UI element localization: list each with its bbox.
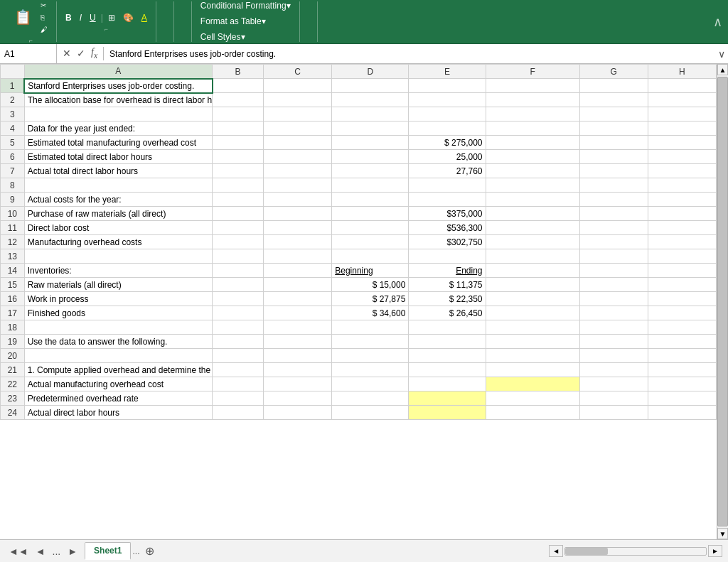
- cell-E12[interactable]: $302,750: [409, 235, 486, 249]
- cell-styles-button[interactable]: Cell Styles▾: [198, 31, 248, 43]
- cell-H17[interactable]: [648, 306, 716, 320]
- cell-B22[interactable]: [213, 377, 264, 391]
- cell-G8[interactable]: [579, 178, 648, 193]
- cell-F16[interactable]: [486, 292, 579, 306]
- format-as-table-button[interactable]: Format as Table▾: [198, 15, 269, 28]
- cell-E14[interactable]: Ending: [409, 264, 486, 278]
- cell-C7[interactable]: [264, 164, 332, 178]
- cell-G19[interactable]: [579, 335, 648, 349]
- cell-G7[interactable]: [579, 164, 648, 178]
- cell-B7[interactable]: [213, 164, 264, 178]
- cell-reference-box[interactable]: [0, 44, 57, 63]
- cell-E3[interactable]: [409, 107, 486, 121]
- cell-E6[interactable]: 25,000: [409, 150, 486, 164]
- cell-E15[interactable]: $ 11,375: [409, 278, 486, 292]
- cell-E11[interactable]: $536,300: [409, 221, 486, 235]
- cell-F15[interactable]: [486, 278, 579, 292]
- cell-C19[interactable]: [264, 335, 332, 349]
- col-header-F[interactable]: F: [486, 65, 579, 79]
- cell-B21[interactable]: [213, 363, 264, 377]
- cell-F18[interactable]: [486, 320, 579, 335]
- cell-E7[interactable]: 27,760: [409, 164, 486, 178]
- cell-A4[interactable]: Data for the year just ended:: [24, 121, 212, 136]
- cell-H5[interactable]: [648, 136, 716, 150]
- cell-C2[interactable]: [264, 93, 332, 107]
- cell-H3[interactable]: [648, 107, 716, 121]
- cell-H8[interactable]: [648, 178, 716, 193]
- cell-F7[interactable]: [486, 164, 579, 178]
- cell-C23[interactable]: [264, 391, 332, 406]
- cell-A21[interactable]: 1. Compute applied overhead and determin…: [24, 363, 212, 377]
- hscroll-right-button[interactable]: ►: [708, 545, 722, 557]
- cell-H9[interactable]: [648, 193, 716, 207]
- add-sheet-button[interactable]: ⊕: [141, 543, 159, 559]
- cell-G4[interactable]: [579, 121, 648, 136]
- horizontal-scrollbar[interactable]: [564, 547, 707, 556]
- cell-B9[interactable]: [213, 193, 264, 207]
- cell-B6[interactable]: [213, 150, 264, 164]
- cell-C21[interactable]: [264, 363, 332, 377]
- cell-H24[interactable]: [648, 406, 716, 420]
- cell-A17[interactable]: Finished goods: [24, 306, 212, 320]
- cell-D20[interactable]: [332, 349, 409, 363]
- col-header-B[interactable]: B: [213, 65, 264, 79]
- cell-A7[interactable]: Actual total direct labor hours: [24, 164, 212, 178]
- cell-B14[interactable]: [213, 264, 264, 278]
- cell-A9[interactable]: Actual costs for the year:: [24, 193, 212, 207]
- cell-C13[interactable]: [264, 249, 332, 264]
- cell-B8[interactable]: [213, 178, 264, 193]
- sheet-nav-prev[interactable]: ◄: [33, 544, 48, 558]
- cell-D10[interactable]: [332, 207, 409, 221]
- cell-D21[interactable]: [332, 363, 409, 377]
- cell-E19[interactable]: [409, 335, 486, 349]
- cell-C12[interactable]: [264, 235, 332, 249]
- number-button[interactable]: [180, 20, 186, 23]
- col-header-A[interactable]: A: [24, 65, 212, 79]
- cell-B24[interactable]: [213, 406, 264, 420]
- cell-B4[interactable]: [213, 121, 264, 136]
- cell-A24[interactable]: Actual direct labor hours: [24, 406, 212, 420]
- paste-button[interactable]: 📋: [11, 7, 35, 27]
- cell-D15[interactable]: $ 15,000: [332, 278, 409, 292]
- cell-F9[interactable]: [486, 193, 579, 207]
- cell-A2[interactable]: The allocation base for overhead is dire…: [24, 93, 212, 107]
- cell-D22[interactable]: [332, 377, 409, 391]
- cell-C11[interactable]: [264, 221, 332, 235]
- cell-C15[interactable]: [264, 278, 332, 292]
- cell-D11[interactable]: [332, 221, 409, 235]
- sheet-nav-dots[interactable]: ...: [132, 546, 139, 556]
- cell-G18[interactable]: [579, 320, 648, 335]
- cell-H11[interactable]: [648, 221, 716, 235]
- cell-C10[interactable]: [264, 207, 332, 221]
- cell-F12[interactable]: [486, 235, 579, 249]
- cell-C3[interactable]: [264, 107, 332, 121]
- col-header-H[interactable]: H: [648, 65, 716, 79]
- cell-F14[interactable]: [486, 264, 579, 278]
- cell-D7[interactable]: [332, 164, 409, 178]
- cell-D5[interactable]: [332, 136, 409, 150]
- cell-B20[interactable]: [213, 349, 264, 363]
- cell-A10[interactable]: Purchase of raw materials (all direct): [24, 207, 212, 221]
- font-color-button[interactable]: A: [139, 11, 150, 24]
- cell-F21[interactable]: [486, 363, 579, 377]
- cell-H1[interactable]: [648, 79, 716, 93]
- cell-D1[interactable]: [332, 79, 409, 93]
- confirm-formula-icon[interactable]: ✓: [75, 48, 87, 59]
- cell-F24[interactable]: [486, 406, 579, 420]
- cell-C22[interactable]: [264, 377, 332, 391]
- cell-F8[interactable]: [486, 178, 579, 193]
- alignment-button[interactable]: [162, 20, 168, 23]
- cancel-formula-icon[interactable]: ✕: [61, 48, 73, 59]
- cell-C5[interactable]: [264, 136, 332, 150]
- cell-A18[interactable]: [24, 320, 212, 335]
- cell-E20[interactable]: [409, 349, 486, 363]
- cell-E10[interactable]: $375,000: [409, 207, 486, 221]
- cell-A6[interactable]: Estimated total direct labor hours: [24, 150, 212, 164]
- formula-bar-expand-icon[interactable]: ∨: [715, 48, 728, 60]
- cell-D2[interactable]: [332, 93, 409, 107]
- cell-B17[interactable]: [213, 306, 264, 320]
- cell-D9[interactable]: [332, 193, 409, 207]
- vertical-scrollbar[interactable]: ▲ ▼: [717, 64, 728, 539]
- scroll-thumb[interactable]: [717, 77, 728, 526]
- cell-C1[interactable]: [264, 79, 332, 93]
